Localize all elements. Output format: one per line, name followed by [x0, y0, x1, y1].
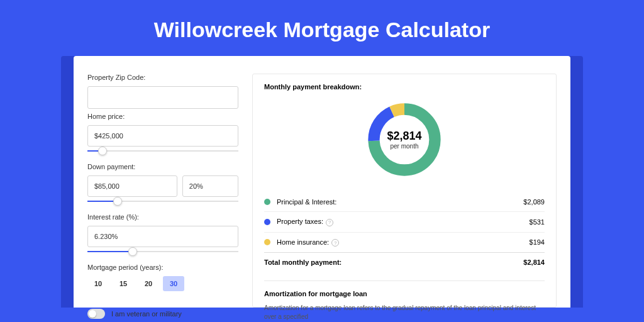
- donut-chart: $2,814 per month: [364, 99, 445, 180]
- legend-row: Property taxes:?$531: [264, 211, 545, 232]
- rate-slider-thumb[interactable]: [128, 247, 137, 256]
- info-icon[interactable]: ?: [331, 239, 339, 247]
- price-input[interactable]: [87, 125, 238, 147]
- legend-row: Principal & Interest:$2,089: [264, 192, 545, 211]
- amort-title: Amortization for mortgage loan: [264, 290, 545, 297]
- veteran-label: I am veteran or military: [111, 310, 182, 318]
- legend-label: Property taxes:?: [277, 218, 530, 226]
- rate-input[interactable]: [87, 226, 238, 247]
- period-label: Mortgage period (years):: [87, 264, 238, 271]
- period-selector: 10152030: [87, 276, 238, 291]
- dp-percent-input[interactable]: [182, 175, 238, 197]
- legend-value: $2,089: [523, 198, 545, 206]
- legend-value: $194: [530, 238, 545, 246]
- total-label: Total monthly payment:: [264, 258, 523, 266]
- info-icon[interactable]: ?: [326, 219, 333, 226]
- veteran-toggle[interactable]: [87, 309, 105, 319]
- period-10[interactable]: 10: [87, 276, 109, 291]
- dp-label: Down payment:: [87, 163, 238, 170]
- price-slider[interactable]: [87, 150, 238, 152]
- input-panel: Property Zip Code: Home price: Down paym…: [87, 74, 238, 308]
- legend-dot: [264, 199, 270, 205]
- dp-slider-thumb[interactable]: [113, 197, 122, 206]
- price-label: Home price:: [87, 113, 238, 120]
- total-value: $2,814: [523, 258, 545, 266]
- legend-row: Home insurance:?$194: [264, 232, 545, 253]
- dp-amount-input[interactable]: [87, 175, 177, 197]
- donut-amount: $2,814: [387, 130, 421, 143]
- amort-text: Amortization for a mortgage loan refers …: [264, 304, 545, 321]
- page-title: Willowcreek Mortgage Calculator: [0, 0, 644, 56]
- legend-label: Principal & Interest:: [277, 198, 523, 206]
- zip-input[interactable]: [87, 86, 238, 109]
- rate-slider-fill: [87, 251, 133, 252]
- price-slider-thumb[interactable]: [98, 147, 107, 155]
- donut-sub: per month: [390, 143, 418, 150]
- toggle-knob: [89, 310, 96, 318]
- rate-label: Interest rate (%):: [87, 213, 238, 221]
- legend-dot: [264, 239, 270, 245]
- breakdown-panel: Monthly payment breakdown: $2,814 per mo…: [252, 74, 557, 308]
- period-20[interactable]: 20: [138, 276, 159, 291]
- breakdown-title: Monthly payment breakdown:: [264, 83, 545, 91]
- rate-slider[interactable]: [87, 251, 238, 252]
- amortization-section: Amortization for mortgage loan Amortizat…: [264, 280, 545, 321]
- calculator-card: Property Zip Code: Home price: Down paym…: [74, 56, 570, 308]
- period-30[interactable]: 30: [163, 276, 184, 291]
- legend-dot: [264, 219, 270, 225]
- zip-label: Property Zip Code:: [87, 74, 238, 81]
- legend-label: Home insurance:?: [277, 238, 530, 247]
- period-15[interactable]: 15: [113, 276, 134, 291]
- dp-slider[interactable]: [87, 201, 238, 202]
- legend-value: $531: [530, 218, 545, 226]
